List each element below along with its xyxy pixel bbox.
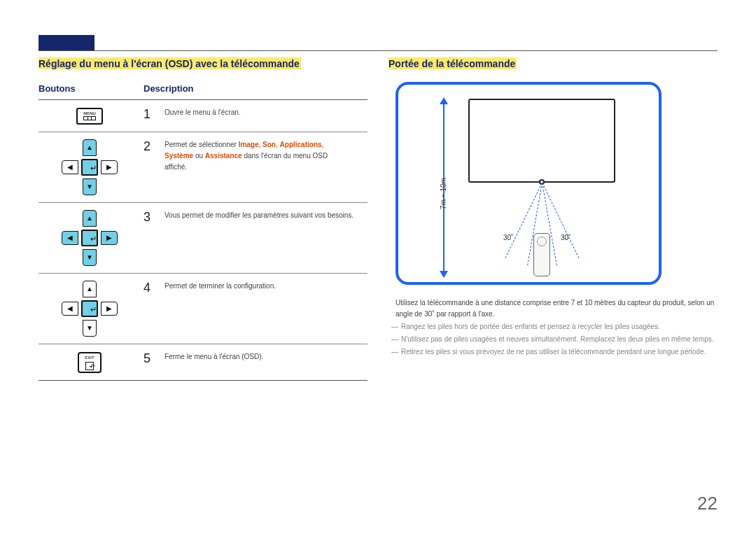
table-row: EXIT 5 Ferme le menu à l'écran (OSD). <box>38 344 368 380</box>
osd-table: Boutons Description MENU 1 Ouvre le menu… <box>38 79 368 381</box>
th-description: Description <box>144 79 368 100</box>
cell-step-number: 1 <box>144 100 164 132</box>
menu-button-icon: MENU <box>76 108 103 125</box>
remote-range-diagram: 7m ~ 10m 30˚ 30˚ <box>396 82 662 285</box>
cell-description: Permet de sélectionner Image, Son, Appli… <box>164 132 368 202</box>
left-column: Réglage du menu à l'écran (OSD) avec la … <box>38 57 368 381</box>
table-row: ▲ ▼ ◀ ▶ 2 Permet de sélectionner Image, … <box>38 132 368 202</box>
distance-arrow-bottom-icon <box>440 271 448 278</box>
cell-description: Ferme le menu à l'écran (OSD). <box>164 344 368 380</box>
table-row: ▲ ▼ ◀ ▶ 3 Vous permet de modifier les pa… <box>38 202 368 273</box>
exit-chip-label: EXIT <box>85 355 94 362</box>
angle-right-label: 30˚ <box>561 234 570 241</box>
th-buttons: Boutons <box>38 79 144 100</box>
battery-note: N'utilisez pas de piles usagées et neuve… <box>401 334 718 345</box>
cell-button-icon: EXIT <box>38 344 144 380</box>
cell-step-number: 3 <box>144 202 164 273</box>
left-section-title: Réglage du menu à l'écran (OSD) avec la … <box>38 57 301 69</box>
cell-button-icon: ▲ ▼ ◀ ▶ <box>38 132 144 202</box>
header-accent <box>38 35 94 50</box>
cell-button-icon: ▲ ▼ ◀ ▶ <box>38 202 144 273</box>
header-rule <box>38 50 718 51</box>
cell-description: Vous permet de modifier les paramètres s… <box>164 202 368 273</box>
right-column: Portée de la télécommande 7m ~ 10m 30˚ 3… <box>388 57 718 381</box>
tv-icon <box>468 99 615 183</box>
right-section-title: Portée de la télécommande <box>388 57 517 69</box>
cell-button-icon: MENU <box>38 100 144 132</box>
table-row: ▲ ▼ ◀ ▶ 4 Permet de terminer la configur… <box>38 273 368 344</box>
remote-icon <box>533 233 550 276</box>
angle-left-label: 30˚ <box>503 234 513 241</box>
cell-step-number: 2 <box>144 132 164 202</box>
page-number: 22 <box>697 493 718 514</box>
battery-note: Rangez les piles hors de portée des enfa… <box>401 321 718 332</box>
cell-step-number: 5 <box>144 344 164 380</box>
usage-note: Utilisez la télécommande à une distance … <box>396 297 718 320</box>
cell-description: Permet de terminer la configuration. <box>164 273 368 344</box>
dpad-center-icon: ▲ ▼ ◀ ▶ <box>62 281 118 337</box>
battery-note: Retirez les piles si vous prévoyez de ne… <box>401 346 718 358</box>
dpad-all-icon: ▲ ▼ ◀ ▶ <box>62 210 118 266</box>
cell-step-number: 4 <box>144 273 164 344</box>
table-row: MENU 1 Ouvre le menu à l'écran. <box>38 100 368 132</box>
cell-description: Ouvre le menu à l'écran. <box>164 100 368 132</box>
menu-chip-label: MENU <box>83 111 96 115</box>
cell-button-icon: ▲ ▼ ◀ ▶ <box>38 273 144 344</box>
exit-button-icon: EXIT <box>78 352 102 373</box>
dpad-up-down-icon: ▲ ▼ ◀ ▶ <box>62 139 118 195</box>
distance-label: 7m ~ 10m <box>440 178 447 209</box>
